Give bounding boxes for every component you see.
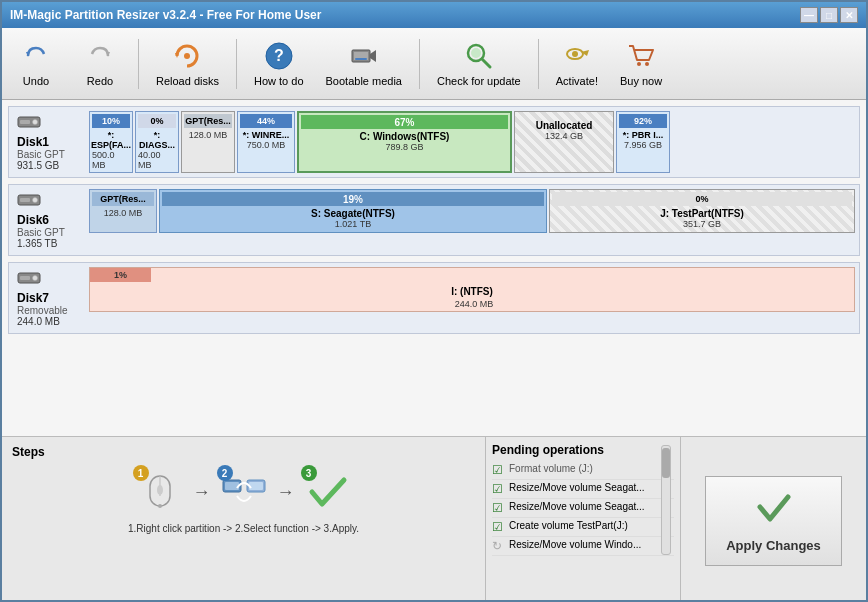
reload-button[interactable]: Reload disks <box>147 33 228 95</box>
howto-icon: ? <box>263 40 295 72</box>
disk1-type: Basic GPT <box>17 149 81 160</box>
disk1-part-gpt[interactable]: GPT(Res... 128.0 MB <box>181 111 235 173</box>
disk-area: Disk1 Basic GPT 931.5 GB 10% *: ESP(FA..… <box>2 100 866 436</box>
pending-ops-title: Pending operations <box>492 443 674 457</box>
sep4 <box>538 39 539 89</box>
apply-label: Apply Changes <box>726 538 821 553</box>
check-icon-2: ☑ <box>492 501 506 515</box>
pending-ops-panel: Pending operations ☑ Format volume (J:) … <box>486 437 681 602</box>
check-icon-0: ☑ <box>492 463 506 477</box>
buynow-button[interactable]: Buy now <box>611 33 671 95</box>
bootable-label: Bootable media <box>326 75 402 87</box>
svg-point-23 <box>33 276 38 281</box>
steps-description: 1.Right click partition -> 2.Select func… <box>12 523 475 534</box>
svg-rect-24 <box>20 276 30 280</box>
activate-label: Activate! <box>556 75 598 87</box>
disk1-part-diags[interactable]: 0% *: DIAGS... 40.00 MB <box>135 111 179 173</box>
title-bar: IM-Magic Partition Resizer v3.2.4 - Free… <box>2 2 866 28</box>
pending-item-1: ☑ Resize/Move volume Seagat... <box>492 480 674 499</box>
spin-icon-4: ↻ <box>492 539 506 553</box>
svg-point-14 <box>637 62 641 66</box>
svg-point-3 <box>184 53 190 59</box>
pending-text-1: Resize/Move volume Seagat... <box>509 482 645 493</box>
apply-changes-button[interactable]: Apply Changes <box>705 476 842 566</box>
howto-label: How to do <box>254 75 304 87</box>
disk6-part-testpart[interactable]: 0% J: TestPart(NTFS) 351.7 GB <box>549 189 855 233</box>
disk1-part-unalloc[interactable]: Unallocated 132.4 GB <box>514 111 614 173</box>
disk1-part-winre[interactable]: 44% *: WINRE... 750.0 MB <box>237 111 295 173</box>
bottom-panel: Steps 1 → 2 <box>2 436 866 602</box>
svg-marker-0 <box>26 52 30 57</box>
reload-label: Reload disks <box>156 75 219 87</box>
minimize-button[interactable]: — <box>800 7 818 23</box>
disk7-row: Disk7 Removable 244.0 MB 1% I: (NTFS) 24… <box>8 262 860 334</box>
buynow-label: Buy now <box>620 75 662 87</box>
pending-item-3: ☑ Create volume TestPart(J:) <box>492 518 674 537</box>
disk6-partitions: GPT(Res... 128.0 MB 19% S: Seagate(NTFS)… <box>89 189 855 233</box>
pending-text-4: Resize/Move volume Windo... <box>509 539 641 550</box>
disk1-label: Disk1 Basic GPT 931.5 GB <box>13 111 85 173</box>
activate-button[interactable]: Activate! <box>547 33 607 95</box>
svg-point-15 <box>645 62 649 66</box>
arrow2: → <box>277 482 295 503</box>
pending-text-0: Format volume (J:) <box>509 463 593 474</box>
svg-point-27 <box>157 485 163 495</box>
maximize-button[interactable]: □ <box>820 7 838 23</box>
pending-text-2: Resize/Move volume Seagat... <box>509 501 645 512</box>
redo-button[interactable]: Redo <box>70 33 130 95</box>
steps-panel: Steps 1 → 2 <box>2 437 486 602</box>
svg-marker-1 <box>106 52 110 57</box>
svg-point-28 <box>158 504 162 508</box>
bootable-button[interactable]: Bootable media <box>317 33 411 95</box>
step1-icon: 1 <box>135 467 185 517</box>
disk7-part-i[interactable]: 1% I: (NTFS) 244.0 MB <box>89 267 855 312</box>
pending-ops-list: ☑ Format volume (J:) ☑ Resize/Move volum… <box>492 461 674 556</box>
disk6-size: 1.365 TB <box>17 238 81 249</box>
disk7-partitions: 1% I: (NTFS) 244.0 MB <box>89 267 855 312</box>
pending-item-2: ☑ Resize/Move volume Seagat... <box>492 499 674 518</box>
step2-icon: 2 <box>219 467 269 517</box>
svg-point-13 <box>572 51 578 57</box>
disk6-part-seagate[interactable]: 19% S: Seagate(NTFS) 1.021 TB <box>159 189 547 233</box>
svg-point-17 <box>33 120 38 125</box>
disk6-row: Disk6 Basic GPT 1.365 TB GPT(Res... 128.… <box>8 184 860 256</box>
pending-item-0: ☑ Format volume (J:) <box>492 461 674 480</box>
arrow1: → <box>193 482 211 503</box>
step1-num: 1 <box>133 465 149 481</box>
scrollbar[interactable] <box>661 445 671 555</box>
disk6-part-gpt[interactable]: GPT(Res... 128.0 MB <box>89 189 157 233</box>
disk1-part-pbr[interactable]: 92% *: PBR I... 7.956 GB <box>616 111 670 173</box>
apply-panel: Apply Changes <box>681 437 866 602</box>
pending-item-4: ↻ Resize/Move volume Windo... <box>492 537 674 556</box>
disk1-row: Disk1 Basic GPT 931.5 GB 10% *: ESP(FA..… <box>8 106 860 178</box>
redo-icon <box>84 40 116 72</box>
check-icon-1: ☑ <box>492 482 506 496</box>
svg-point-11 <box>471 48 481 58</box>
howto-button[interactable]: ? How to do <box>245 33 313 95</box>
apply-icon <box>756 489 792 532</box>
undo-button[interactable]: Undo <box>6 33 66 95</box>
reload-icon <box>171 40 203 72</box>
sep1 <box>138 39 139 89</box>
disk1-partitions: 10% *: ESP(FA... 500.0 MB 0% *: DIAGS...… <box>89 111 855 173</box>
svg-text:?: ? <box>274 47 284 64</box>
close-button[interactable]: ✕ <box>840 7 858 23</box>
buynow-icon <box>625 40 657 72</box>
undo-label: Undo <box>23 75 49 87</box>
svg-rect-21 <box>20 198 30 202</box>
window-controls[interactable]: — □ ✕ <box>800 7 858 23</box>
disk1-part-windows[interactable]: 67% C: Windows(NTFS) 789.8 GB <box>297 111 512 173</box>
step3-num: 3 <box>301 465 317 481</box>
svg-rect-32 <box>249 482 263 490</box>
check-icon-3: ☑ <box>492 520 506 534</box>
svg-rect-8 <box>355 58 367 60</box>
disk6-name: Disk6 <box>17 213 81 227</box>
activate-icon <box>561 40 593 72</box>
pending-text-3: Create volume TestPart(J:) <box>509 520 628 531</box>
redo-label: Redo <box>87 75 113 87</box>
disk7-size: 244.0 MB <box>17 316 81 327</box>
disk1-part-esp[interactable]: 10% *: ESP(FA... 500.0 MB <box>89 111 133 173</box>
bootable-icon <box>348 40 380 72</box>
checkupdate-button[interactable]: Check for update <box>428 33 530 95</box>
disk7-name: Disk7 <box>17 291 81 305</box>
